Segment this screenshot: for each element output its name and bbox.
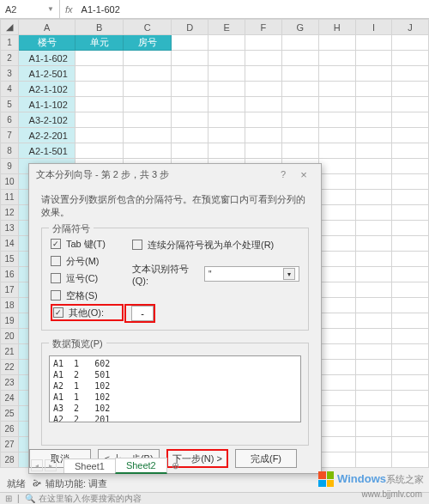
cell[interactable]: [318, 159, 355, 174]
cell[interactable]: [392, 329, 429, 344]
cell[interactable]: [392, 66, 429, 82]
header-cell[interactable]: 房号: [124, 35, 172, 51]
cell[interactable]: [392, 452, 429, 468]
cell[interactable]: [208, 143, 245, 159]
row-header[interactable]: 21: [1, 344, 19, 360]
cell[interactable]: [355, 221, 392, 236]
cell[interactable]: [281, 128, 318, 143]
cell[interactable]: [355, 174, 392, 190]
formula-value[interactable]: A1-1-602: [78, 4, 124, 15]
row-header[interactable]: 20: [1, 329, 19, 344]
checkbox-comma[interactable]: 逗号(C): [51, 270, 124, 287]
row-header[interactable]: 15: [1, 252, 19, 267]
checkbox-consecutive[interactable]: 连续分隔符号视为单个处理(R): [132, 235, 299, 254]
cell[interactable]: [355, 128, 392, 143]
cell[interactable]: [355, 190, 392, 205]
cell[interactable]: [392, 174, 429, 190]
cell[interactable]: [76, 97, 124, 112]
cell[interactable]: [355, 282, 392, 298]
cell[interactable]: A1-1-602: [19, 51, 76, 66]
cell[interactable]: [355, 159, 392, 174]
cell[interactable]: [281, 97, 318, 112]
text-qualifier-combo[interactable]: " ▾: [204, 266, 299, 282]
other-delimiter-input[interactable]: [131, 306, 154, 321]
cell[interactable]: [245, 35, 281, 51]
cell[interactable]: [318, 267, 355, 282]
cell[interactable]: [76, 128, 124, 143]
cell[interactable]: [355, 51, 392, 66]
cell[interactable]: [392, 344, 429, 360]
cell[interactable]: [318, 51, 355, 66]
add-sheet-icon[interactable]: ⊕: [166, 460, 185, 471]
cell[interactable]: [318, 344, 355, 360]
col-header-I[interactable]: I: [355, 20, 392, 35]
cell[interactable]: [76, 112, 124, 128]
row-header[interactable]: 14: [1, 236, 19, 252]
cell[interactable]: [318, 174, 355, 190]
cell[interactable]: [124, 82, 172, 97]
cell[interactable]: [355, 391, 392, 406]
row-header[interactable]: 2: [1, 51, 19, 66]
row-header[interactable]: 1: [1, 35, 19, 51]
cell[interactable]: [245, 51, 281, 66]
cell[interactable]: [392, 267, 429, 282]
header-cell[interactable]: 单元: [76, 35, 124, 51]
cell[interactable]: [245, 82, 281, 97]
row-header[interactable]: 28: [1, 452, 19, 468]
cell[interactable]: [318, 252, 355, 267]
cell[interactable]: [355, 437, 392, 452]
cell[interactable]: [124, 143, 172, 159]
cell[interactable]: [281, 51, 318, 66]
cell[interactable]: [208, 66, 245, 82]
cell[interactable]: [172, 112, 208, 128]
cell[interactable]: [172, 128, 208, 143]
cell[interactable]: [124, 51, 172, 66]
nav-next-icon[interactable]: ▸: [45, 459, 57, 471]
cell[interactable]: [392, 112, 429, 128]
col-header-C[interactable]: C: [124, 20, 172, 35]
cell[interactable]: [355, 344, 392, 360]
cell[interactable]: [172, 66, 208, 82]
dialog-titlebar[interactable]: 文本分列向导 - 第 2 步，共 3 步 ? ×: [29, 164, 321, 185]
cell[interactable]: [245, 97, 281, 112]
cell[interactable]: [172, 97, 208, 112]
cell[interactable]: [124, 128, 172, 143]
cell[interactable]: [392, 128, 429, 143]
row-header[interactable]: 23: [1, 375, 19, 391]
cell[interactable]: [355, 329, 392, 344]
row-header[interactable]: 18: [1, 298, 19, 313]
cell[interactable]: [318, 437, 355, 452]
col-header-H[interactable]: H: [318, 20, 355, 35]
row-header[interactable]: 10: [1, 174, 19, 190]
cell[interactable]: [172, 82, 208, 97]
col-header-A[interactable]: A: [19, 20, 76, 35]
cell[interactable]: [318, 391, 355, 406]
cell[interactable]: [318, 360, 355, 375]
start-icon[interactable]: ⊞: [5, 494, 12, 503]
cell[interactable]: [318, 406, 355, 422]
col-header-J[interactable]: J: [392, 20, 429, 35]
row-header[interactable]: 22: [1, 360, 19, 375]
cell[interactable]: [355, 313, 392, 329]
cell[interactable]: [392, 205, 429, 221]
row-header[interactable]: 7: [1, 128, 19, 143]
cell[interactable]: [245, 66, 281, 82]
cell[interactable]: [355, 97, 392, 112]
cell[interactable]: [172, 51, 208, 66]
cell[interactable]: [245, 143, 281, 159]
cell[interactable]: [392, 51, 429, 66]
cell[interactable]: [76, 51, 124, 66]
cell[interactable]: [355, 267, 392, 282]
cell[interactable]: [318, 128, 355, 143]
cell[interactable]: [281, 112, 318, 128]
fx-icon[interactable]: fx: [60, 4, 78, 15]
cell[interactable]: [392, 422, 429, 437]
row-header[interactable]: 13: [1, 221, 19, 236]
sheet-tab[interactable]: Sheet1: [63, 458, 116, 473]
cell[interactable]: [208, 97, 245, 112]
row-header[interactable]: 25: [1, 406, 19, 422]
cell[interactable]: [208, 51, 245, 66]
cell[interactable]: [76, 66, 124, 82]
cell[interactable]: [392, 252, 429, 267]
header-cell[interactable]: 楼号: [19, 35, 76, 51]
